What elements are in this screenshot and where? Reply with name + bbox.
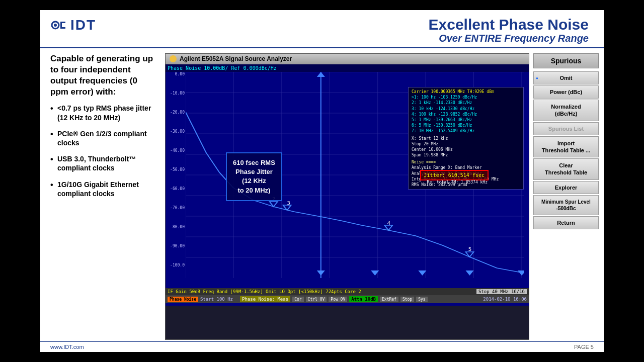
bottom-bar1: IF Gain 50dB Freq Band [99M-1.5GHz] Omit…	[166, 288, 529, 295]
capable-text: Capable of generating up to four indepen…	[50, 53, 156, 98]
header: IDT Excellent Phase Noise Over ENTIRE Fr…	[40, 10, 604, 48]
residual-text: Re: total TM: 1.85374 kHz	[427, 180, 488, 185]
marker-5: 5: 1 MHz -139.2663 dBc/Hz	[412, 117, 520, 123]
right-panel: Spurious Omit Power (dBc) Normalized(dBc…	[533, 53, 599, 340]
y-label-5: -50.00	[170, 167, 185, 172]
bottom-bar2: Phase Noise Start 100 Hz Phase Noise: Me…	[166, 295, 529, 303]
footer-url: www.IDT.com	[50, 344, 84, 350]
clear-threshold-button[interactable]: ClearThreshold Table	[533, 158, 599, 180]
analyzer-titlebar: Agilent E5052A Signal Source Analyzer	[166, 54, 529, 64]
svg-marker-35	[418, 270, 426, 276]
list-item: 1G/10G Gigabit Ethernet compliant clocks	[50, 180, 156, 198]
footer: www.IDT.com PAGE 5	[40, 341, 604, 352]
svg-text:5: 5	[468, 247, 471, 251]
stop-btn[interactable]: Stop	[400, 297, 414, 302]
slide: IDT Excellent Phase Noise Over ENTIRE Fr…	[40, 10, 604, 352]
analyzer-top-bar: Phase Noise 10.00dB/ Ref 0.000dBc/Hz	[166, 64, 529, 72]
timestamp: 2014-02-10 16:06	[483, 297, 527, 302]
y-label-4: -40.00	[170, 148, 185, 153]
cor-btn[interactable]: Cor	[292, 297, 303, 302]
explorer-button[interactable]: Explorer	[533, 181, 599, 194]
plot-area: 0.00 -10.00 -20.00 -30.00 -40.00 -50.00 …	[166, 72, 529, 288]
y-label-10: -100.0	[170, 263, 185, 267]
header-titles: Excellent Phase Noise Over ENTIRE Freque…	[131, 16, 594, 44]
y-label-9: -90.00	[170, 244, 185, 248]
marker-2: 2: 1 kHz -114.2330 dBc/Hz	[412, 100, 520, 106]
svg-marker-37	[518, 270, 524, 276]
logo-text: IDT	[70, 17, 96, 33]
logo-icon	[50, 16, 68, 34]
sub-title: Over ENTIRE Frequency Range	[131, 33, 589, 44]
list-item: PCIe® Gen 1/2/3 compliant clocks	[50, 129, 156, 147]
omit-button[interactable]: Omit	[533, 71, 599, 84]
jitter-line1: 610 fsec RMS	[233, 158, 275, 167]
y-label-6: -60.00	[170, 187, 185, 191]
svg-marker-31	[465, 252, 473, 257]
start-label: Start 100 Hz	[200, 297, 233, 302]
carrier-line: Carrier 100.000365 MHz TH:929E dBm	[412, 89, 520, 95]
jitter-line2: Phase Jitter	[233, 167, 275, 176]
stop-label: Stop 40 MHz 16/16	[476, 289, 527, 294]
analyzer-title: Agilent E5052A Signal Source Analyzer	[180, 55, 292, 62]
meas-label[interactable]: Phase Noise: Meas	[240, 296, 290, 302]
return-button[interactable]: Return	[533, 216, 599, 229]
extref-btn[interactable]: ExtRef	[380, 297, 398, 302]
sys-btn[interactable]: Sys	[416, 297, 427, 302]
svg-marker-33	[317, 270, 325, 276]
svg-point-1	[54, 24, 57, 27]
x-info-2: Center 10.006 MHz	[412, 147, 520, 152]
y-label-7: -70.00	[170, 206, 185, 210]
marker-3: 3: 10 kHz -124.1330 dBc/Hz	[412, 106, 520, 112]
y-axis-labels: 0.00 -10.00 -20.00 -30.00 -40.00 -50.00 …	[166, 72, 186, 278]
svg-marker-24	[317, 72, 325, 77]
pow-btn[interactable]: Pow 0V	[329, 297, 347, 302]
main-title: Excellent Phase Noise	[131, 16, 589, 33]
content: Capable of generating up to four indepen…	[40, 48, 604, 340]
phase-noise-btn[interactable]: Phase Noise	[168, 297, 198, 302]
analyzer-screen: Phase Noise 10.00dB/ Ref 0.000dBc/Hz 0.0…	[166, 64, 529, 306]
bottom-bar1-text: IF Gain 50dB Freq Band [99M-1.5GHz] Omit…	[168, 289, 361, 294]
logo-area: IDT	[50, 16, 131, 34]
analyzer-area: Agilent E5052A Signal Source Analyzer Ph…	[165, 53, 529, 340]
y-label-8: -80.00	[170, 225, 185, 229]
y-label-2: -20.00	[170, 110, 185, 115]
y-label-0: 0.00	[175, 72, 185, 76]
spurious-header: Spurious	[533, 53, 599, 68]
svg-marker-36	[465, 270, 473, 276]
attn-btn[interactable]: Attn 10dB	[349, 296, 378, 302]
marker-4: 4: 100 kHz -128.9852 dBc/Hz	[412, 112, 520, 117]
jitter-callout-box: 610 fsec RMS Phase Jitter (12 KHz to 20 …	[226, 152, 282, 201]
marker-7: 7: 10 MHz -152.5409 dBc/Hz	[412, 128, 520, 134]
analyzer-icon	[170, 55, 177, 62]
x-info-3: Span 19.988 MHz	[412, 152, 520, 158]
x-info-0: X: Start 12 kHz	[412, 136, 520, 141]
list-item: <0.7 ps typ RMS phase jitter (12 KHz to …	[50, 104, 156, 122]
marker-6: 6: 5 MHz -150.8250 dBc/Hz	[412, 123, 520, 128]
y-label-1: -10.00	[170, 91, 185, 96]
svg-text:3: 3	[287, 201, 290, 205]
rms-highlight: Jitter: 610.514 fsec	[420, 170, 489, 180]
spurious-list-button[interactable]: Spurious List	[533, 122, 599, 135]
bullet-list: <0.7 ps typ RMS phase jitter (12 KHz to …	[50, 104, 156, 198]
x-info-1: Stop 20 MHz	[412, 141, 520, 147]
jitter-line3: (12 KHz	[233, 176, 275, 186]
list-item: USB 3.0, Thunderbolt™ compliant clocks	[50, 154, 156, 172]
jitter-line4: to 20 MHz)	[233, 186, 275, 195]
min-spur-button[interactable]: Minimum Spur Level-500dBc	[533, 195, 599, 215]
marker-1: >1: 100 Hz -103.1250 dBc/Hz	[412, 95, 520, 100]
footer-page: PAGE 5	[574, 344, 594, 350]
svg-rect-3	[60, 22, 65, 23]
svg-rect-4	[60, 27, 65, 29]
power-dbc-button[interactable]: Power (dBc)	[533, 85, 599, 99]
noise-header: Noise ====	[412, 159, 520, 165]
left-panel: Capable of generating up to four indepen…	[45, 53, 161, 340]
ctrl-btn[interactable]: Ctrl 0V	[306, 297, 327, 302]
import-threshold-button[interactable]: ImportThreshold Table ...	[533, 136, 599, 158]
y-label-3: -30.00	[170, 129, 185, 134]
svg-text:4: 4	[387, 221, 391, 225]
normalized-button[interactable]: Normalized(dBc/Hz)	[533, 100, 599, 121]
